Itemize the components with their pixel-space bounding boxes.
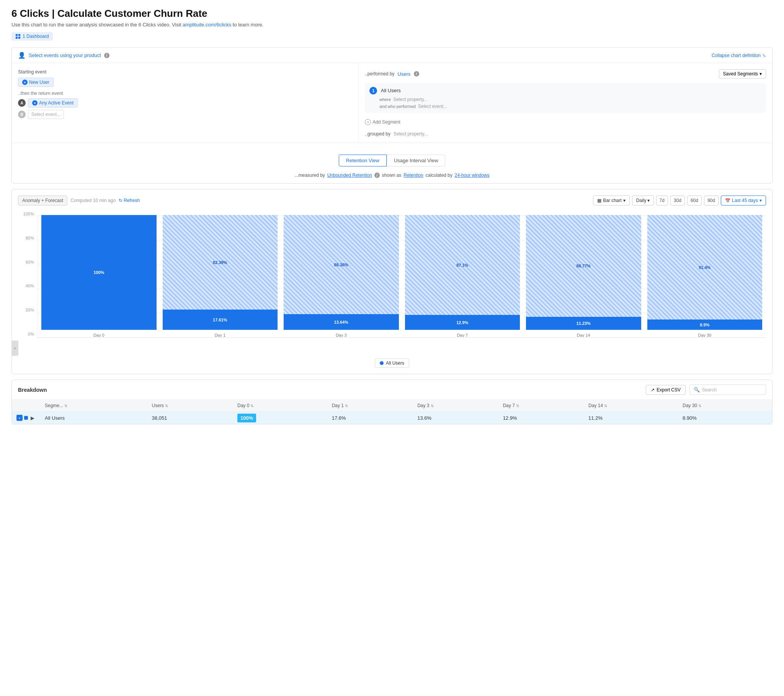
segment-number: 1 (369, 87, 377, 94)
sort-icon-users[interactable]: ⇅ (165, 404, 168, 408)
breakdown-table: Segme... ⇅ Users ⇅ Day 0 ⇅ Day 1 ⇅ Day 3… (12, 400, 772, 424)
th-day3: Day 3 ⇅ (413, 400, 498, 412)
saved-segments-button[interactable]: Saved Segments ▾ (719, 69, 766, 79)
performed-by-label: ..performed by (365, 71, 394, 77)
active-event-tag[interactable]: + Any Active Event (28, 98, 78, 107)
60d-button[interactable]: 60d (687, 196, 702, 206)
last-days-chevron: ▾ (759, 198, 762, 203)
new-user-event-row: + New User (18, 78, 352, 87)
tab-usage-interval-view[interactable]: Usage Interval View (387, 155, 445, 166)
users-badge[interactable]: Users (398, 71, 411, 77)
export-csv-button[interactable]: ↗ Export CSV (646, 385, 686, 395)
performed-by-row: ..performed by Users i Saved Segments ▾ (365, 69, 766, 79)
bar-solid-3: 12.9% (405, 315, 520, 330)
select-event[interactable]: Select event... (418, 104, 447, 109)
30d-button[interactable]: 30d (670, 196, 685, 206)
last-45-days-button[interactable]: 📅 Last 45 days ▾ (721, 196, 766, 206)
bar-group-day7[interactable]: 87.1%12.9%Day 7 (405, 215, 520, 337)
chart-toolbar-right: ▦ Bar chart ▾ Daily ▾ 7d 30d 60d 90d 📅 L… (593, 196, 766, 206)
search-icon: 🔍 (693, 387, 700, 393)
new-user-plus-icon: + (22, 80, 28, 85)
row-expand-icon[interactable]: ▪ (16, 415, 23, 421)
search-input[interactable] (702, 387, 762, 393)
bar-day-label-1: Day 1 (214, 333, 226, 337)
windows-link[interactable]: 24-hour windows (455, 173, 490, 178)
segment-name: All Users (381, 87, 401, 93)
sort-icon-day3[interactable]: ⇅ (431, 404, 434, 408)
info-icon[interactable]: i (104, 53, 109, 58)
bar-day-label-5: Day 30 (698, 333, 711, 337)
sidebar-toggle[interactable]: › (12, 341, 18, 356)
amplitude-link[interactable]: amplitude.com/6clicks (183, 22, 231, 28)
chart-def-header[interactable]: 👤 Select events using your product i Col… (12, 48, 772, 63)
bar-stack-day3[interactable]: 86.36%13.64% (284, 215, 399, 330)
export-icon: ↗ (651, 387, 655, 393)
bar-stack-day0[interactable]: 100% (41, 215, 156, 330)
bar-group-day1[interactable]: 82.39%17.61%Day 1 (163, 215, 278, 337)
y-label-40: 40% (18, 283, 34, 288)
row-day3: 13.6% (413, 412, 498, 425)
th-day1: Day 1 ⇅ (327, 400, 413, 412)
bar-hatched-3: 87.1% (405, 215, 520, 315)
th-segment: Segme... ⇅ (40, 400, 147, 412)
and-who-row: and who performed Select event... (369, 104, 761, 109)
bar-hatched-1: 82.39% (163, 215, 278, 309)
bar-group-day3[interactable]: 86.36%13.64%Day 3 (284, 215, 399, 337)
row-day7: 12.9% (498, 412, 584, 425)
users-info-icon[interactable]: i (414, 71, 419, 77)
view-tabs: Retention View Usage Interval View (18, 155, 766, 166)
sort-icon-day30[interactable]: ⇅ (698, 404, 701, 408)
unbounded-retention-link[interactable]: Unbounded Retention (327, 173, 372, 178)
page-subtitle: Use this chart to run the same analysis … (12, 22, 772, 28)
row-day0: 100% (233, 412, 327, 425)
dashboard-badge[interactable]: 1 Dashboard (12, 32, 53, 41)
bar-group-day14[interactable]: 88.77%11.23%Day 14 (526, 215, 641, 337)
unbounded-info-icon[interactable]: i (374, 173, 380, 178)
event-b-select[interactable]: Select event... (28, 110, 64, 119)
daily-button[interactable]: Daily ▾ (632, 196, 654, 206)
th-day7: Day 7 ⇅ (498, 400, 584, 412)
add-segment-button[interactable]: + Add Segment (365, 117, 400, 127)
bar-chart-button[interactable]: ▦ Bar chart ▾ (593, 196, 630, 206)
90d-button[interactable]: 90d (704, 196, 718, 206)
event-b-row: B Select event... (18, 110, 352, 119)
refresh-button[interactable]: ↻ Refresh (119, 198, 140, 203)
collapse-chart-link[interactable]: Collapse chart definition ⤡ (712, 53, 766, 58)
bar-stack-day14[interactable]: 88.77%11.23% (526, 215, 641, 330)
y-label-100: 100% (18, 212, 34, 216)
grouped-by-select[interactable]: Select property... (394, 131, 428, 137)
return-event-label: ..then the return event (18, 90, 352, 96)
bar-chart-icon: ▦ (597, 198, 601, 203)
bar-stack-day1[interactable]: 82.39%17.61% (163, 215, 278, 330)
bar-solid-5: 8.9% (647, 319, 763, 330)
retention-link[interactable]: Retention (404, 173, 423, 178)
sort-icon-day7[interactable]: ⇅ (516, 404, 519, 408)
row-segment: All Users (40, 412, 147, 425)
bar-group-day30[interactable]: 91.4%8.9%Day 30 (647, 215, 763, 337)
grouped-by-row: ..grouped by Select property... (365, 131, 766, 137)
daily-chevron: ▾ (647, 198, 650, 203)
sort-icon-day14[interactable]: ⇅ (604, 404, 607, 408)
bar-group-day0[interactable]: 100%Day 0 (41, 215, 156, 337)
anomaly-forecast-button[interactable]: Anomaly + Forecast (18, 196, 68, 206)
page-title: 6 Clicks | Calculate Customer Churn Rate (12, 8, 772, 20)
sort-icon-day0[interactable]: ⇅ (250, 404, 254, 408)
row-users: 38,051 (147, 412, 233, 425)
grouped-by-label: ..grouped by (365, 131, 390, 137)
bar-chart-chevron: ▾ (623, 198, 626, 203)
sort-icon-segment[interactable]: ⇅ (64, 404, 68, 408)
tab-retention-view[interactable]: Retention View (339, 155, 387, 166)
search-input-wrap: 🔍 (689, 385, 766, 395)
new-user-tag[interactable]: + New User (18, 78, 54, 87)
row-arrow-icon[interactable]: ▶ (30, 415, 36, 421)
bar-chart-area: 0% 20% 40% 60% 80% 100% 100%Day 082.39%1… (18, 212, 766, 353)
bar-stack-day30[interactable]: 91.4%8.9% (647, 215, 763, 330)
7d-button[interactable]: 7d (656, 196, 668, 206)
event-a-row: A + Any Active Event (18, 98, 352, 107)
y-label-80: 80% (18, 236, 34, 240)
bar-stack-day7[interactable]: 87.1%12.9% (405, 215, 520, 330)
chart-legend: All Users (18, 359, 766, 368)
select-property[interactable]: Select property... (393, 97, 428, 102)
sort-icon-day1[interactable]: ⇅ (345, 404, 348, 408)
legend-all-users[interactable]: All Users (375, 359, 409, 368)
